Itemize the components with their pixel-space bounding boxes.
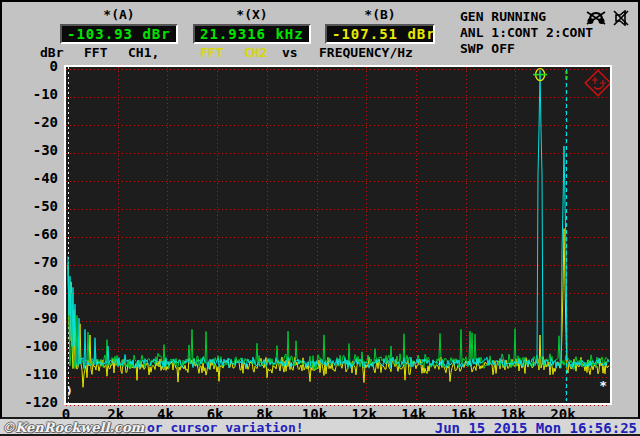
cursor-left-marker[interactable]: ) <box>66 384 73 397</box>
sweep-status: SWP OFF <box>460 41 515 56</box>
trace2-channel-label: CH2 <box>244 45 267 60</box>
vs-label: vs <box>282 45 298 60</box>
red-diamond-logo <box>585 70 610 95</box>
y-tick-label: -10 <box>18 86 58 102</box>
speaker-muted-icon[interactable] <box>612 10 634 26</box>
y-tick-label: -100 <box>18 338 58 354</box>
kenrockwell-watermark: ©KenRockwell.com <box>2 420 144 435</box>
cursor-a-label: *(A) <box>60 7 178 22</box>
cursor-x-readout[interactable]: 21.9316 kHz <box>193 24 311 44</box>
y-tick-label: -110 <box>18 366 58 382</box>
y-tick-label: 0 <box>18 58 58 74</box>
y-tick-label: -60 <box>18 226 58 242</box>
cursor-a-readout[interactable]: -103.93 dBr <box>60 24 178 44</box>
y-tick-label: -40 <box>18 170 58 186</box>
footer-bar: or cursor variation! ©KenRockwell.com Ju… <box>0 419 640 436</box>
y-tick-label: -20 <box>18 114 58 130</box>
y-tick-label: -70 <box>18 254 58 270</box>
y-tick-label: -90 <box>18 310 58 326</box>
y-tick-label: -50 <box>18 198 58 214</box>
cursor-x-label: *(X) <box>193 7 311 22</box>
cursor-x-marker[interactable]: * <box>599 378 607 393</box>
headphones-muted-icon[interactable] <box>586 10 608 26</box>
cursor-overlay <box>66 67 610 403</box>
y-tick-label: -30 <box>18 142 58 158</box>
datetime-text: Jun 15 2015 Mon 16:56:25 <box>435 420 637 436</box>
generator-status: GEN RUNNING <box>460 9 546 24</box>
analyzer-panel: *(A) *(X) *(B) -103.93 dBr 21.9316 kHz -… <box>0 0 640 419</box>
trace1-function-label: FFT <box>84 45 107 60</box>
analyzer-screen: *(A) *(X) *(B) -103.93 dBr 21.9316 kHz -… <box>0 0 640 436</box>
trace2-function-label: FFT <box>200 45 223 60</box>
caption-text: or cursor variation! <box>147 420 304 435</box>
fft-plot-area[interactable]: ) * <box>64 65 612 405</box>
analyzer-status: ANL 1:CONT 2:CONT <box>460 25 593 40</box>
cursor-b-label: *(B) <box>325 7 435 22</box>
cursor-b-readout[interactable]: -107.51 dBr <box>325 24 435 44</box>
y-tick-label: -80 <box>18 282 58 298</box>
x-axis-quantity-label: FREQUENCY/Hz <box>319 45 413 60</box>
trace1-channel-label: CH1, <box>128 45 159 60</box>
